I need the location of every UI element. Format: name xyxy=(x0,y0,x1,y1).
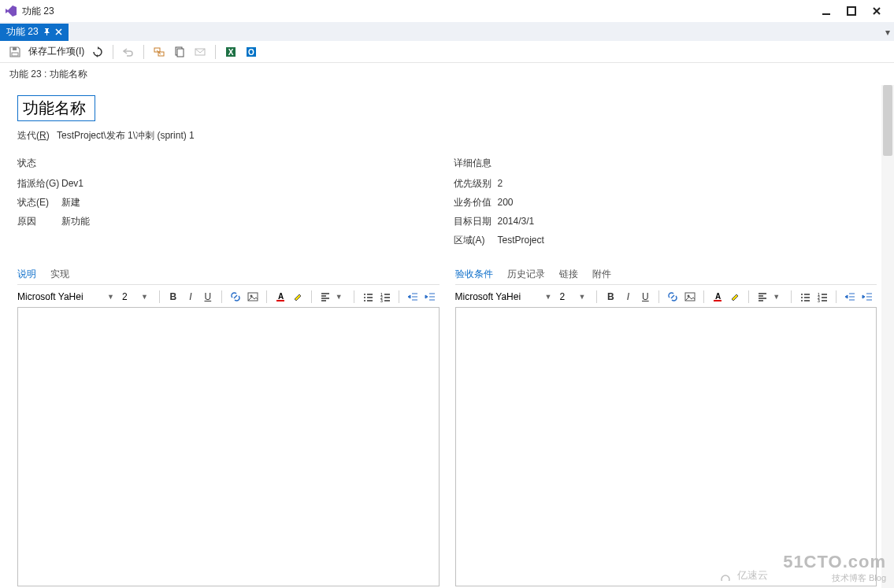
email-icon[interactable] xyxy=(193,45,207,59)
state-value[interactable]: 新建 xyxy=(61,196,80,209)
highlight-button[interactable] xyxy=(728,290,742,304)
tab-history[interactable]: 历史记录 xyxy=(507,268,545,281)
business-value-field[interactable]: 业务价值 200 xyxy=(454,194,877,211)
reason-value[interactable]: 新功能 xyxy=(61,215,90,228)
status-section-title: 状态 xyxy=(17,157,441,170)
breadcrumb: 功能 23 : 功能名称 xyxy=(0,63,894,86)
title-input[interactable] xyxy=(17,95,95,121)
separator xyxy=(354,290,354,303)
editor-toolbar-right: ▼ ▼ B I U A ▼ 123 xyxy=(455,285,877,307)
svg-point-27 xyxy=(801,294,803,295)
number-list-button[interactable]: 123 xyxy=(815,290,829,304)
svg-text:A: A xyxy=(278,292,284,301)
underline-button[interactable]: U xyxy=(638,290,652,304)
tab-dropdown-icon[interactable]: ▾ xyxy=(881,26,894,39)
chevron-down-icon[interactable]: ▼ xyxy=(107,293,114,301)
italic-button[interactable]: I xyxy=(621,290,635,304)
excel-icon[interactable]: X xyxy=(224,45,238,59)
image-button[interactable] xyxy=(246,290,260,304)
chevron-down-icon[interactable]: ▼ xyxy=(578,293,585,301)
refresh-icon[interactable] xyxy=(91,45,105,59)
minimize-button[interactable] xyxy=(814,2,839,20)
tab-description[interactable]: 说明 xyxy=(17,268,36,281)
image-button[interactable] xyxy=(683,290,697,304)
chevron-down-icon[interactable]: ▼ xyxy=(141,293,148,301)
description-editor[interactable] xyxy=(17,307,440,586)
acceptance-tabs: 验收条件 历史记录 链接 附件 xyxy=(455,268,877,285)
business-value-value[interactable]: 200 xyxy=(498,197,514,208)
document-tab-bar: 功能 23 ▾ xyxy=(0,22,894,41)
tab-acceptance[interactable]: 验收条件 xyxy=(455,268,493,281)
font-size-select[interactable] xyxy=(122,291,138,302)
align-button[interactable] xyxy=(318,290,332,304)
font-family-select[interactable] xyxy=(17,291,104,302)
area-value[interactable]: TestProject xyxy=(498,235,544,246)
undo-icon[interactable] xyxy=(121,45,135,59)
svg-rect-0 xyxy=(822,13,830,15)
reason-field[interactable]: 原因 新功能 xyxy=(17,213,441,230)
svg-text:O: O xyxy=(248,48,254,57)
number-list-button[interactable]: 123 xyxy=(378,290,392,304)
separator xyxy=(703,290,704,303)
bullet-list-button[interactable] xyxy=(361,290,375,304)
svg-rect-4 xyxy=(154,48,160,52)
font-color-button[interactable]: A xyxy=(273,290,287,304)
save-icon[interactable] xyxy=(8,45,22,59)
close-button[interactable] xyxy=(864,2,889,20)
iteration-value[interactable]: TestProject\发布 1\冲刺 (sprint) 1 xyxy=(57,130,195,141)
link-icon[interactable] xyxy=(152,45,166,59)
details-section-title: 详细信息 xyxy=(454,157,877,170)
priority-field[interactable]: 优先级别 2 xyxy=(454,175,877,192)
font-size-select[interactable] xyxy=(559,291,575,302)
tab-attachments[interactable]: 附件 xyxy=(592,268,611,281)
field-label: 优先级别 xyxy=(454,177,498,190)
state-field[interactable]: 状态(E) 新建 xyxy=(17,194,441,211)
maximize-button[interactable] xyxy=(839,2,864,20)
font-family-select[interactable] xyxy=(455,291,542,302)
target-date-field[interactable]: 目标日期 2014/3/1 xyxy=(454,213,877,230)
description-tabs: 说明 实现 xyxy=(17,268,440,285)
italic-button[interactable]: I xyxy=(184,290,198,304)
pin-icon[interactable] xyxy=(43,28,50,35)
font-color-button[interactable]: A xyxy=(710,290,725,304)
assigned-to-field[interactable]: 指派给(G) Dev1 xyxy=(17,175,441,192)
document-tab[interactable]: 功能 23 xyxy=(0,24,69,41)
iteration-label: 迭代(R) xyxy=(17,130,50,141)
separator xyxy=(311,290,312,303)
target-date-value[interactable]: 2014/3/1 xyxy=(498,216,535,227)
toolbar-separator xyxy=(113,45,113,59)
bold-button[interactable]: B xyxy=(603,290,618,304)
outdent-button[interactable] xyxy=(406,290,420,304)
hyperlink-button[interactable] xyxy=(228,290,243,304)
chevron-down-icon[interactable]: ▼ xyxy=(773,293,780,301)
svg-text:3: 3 xyxy=(818,298,820,302)
assigned-to-value[interactable]: Dev1 xyxy=(61,178,83,189)
acceptance-editor[interactable] xyxy=(455,307,877,586)
indent-button[interactable] xyxy=(423,290,437,304)
chevron-down-icon[interactable]: ▼ xyxy=(336,293,343,301)
field-label: 业务价值 xyxy=(454,196,498,209)
area-field[interactable]: 区域(A) TestProject xyxy=(454,231,877,249)
align-button[interactable] xyxy=(755,290,770,304)
highlight-button[interactable] xyxy=(291,290,305,304)
tab-links[interactable]: 链接 xyxy=(559,268,578,281)
separator xyxy=(836,290,837,303)
acceptance-panel: 验收条件 历史记录 链接 附件 ▼ ▼ B I U A ▼ xyxy=(455,250,877,586)
close-icon[interactable] xyxy=(55,28,62,35)
bold-button[interactable]: B xyxy=(166,290,180,304)
priority-value[interactable]: 2 xyxy=(498,178,503,189)
iteration-field[interactable]: 迭代(R) TestProject\发布 1\冲刺 (sprint) 1 xyxy=(17,129,877,142)
indent-button[interactable] xyxy=(860,290,874,304)
outdent-button[interactable] xyxy=(843,290,857,304)
editor-toolbar-left: ▼ ▼ B I U A ▼ 123 xyxy=(17,285,440,307)
status-section: 状态 指派给(G) Dev1 状态(E) 新建 原因 新功能 xyxy=(17,157,441,250)
underline-button[interactable]: U xyxy=(201,290,215,304)
tab-implementation[interactable]: 实现 xyxy=(50,268,69,281)
outlook-icon[interactable]: O xyxy=(244,45,258,59)
hyperlink-button[interactable] xyxy=(666,290,680,304)
bullet-list-button[interactable] xyxy=(798,290,812,304)
chevron-down-icon[interactable]: ▼ xyxy=(545,293,552,301)
save-button-label[interactable]: 保存工作项(I) xyxy=(28,45,84,58)
svg-point-28 xyxy=(801,297,803,298)
copy-icon[interactable] xyxy=(172,45,187,59)
